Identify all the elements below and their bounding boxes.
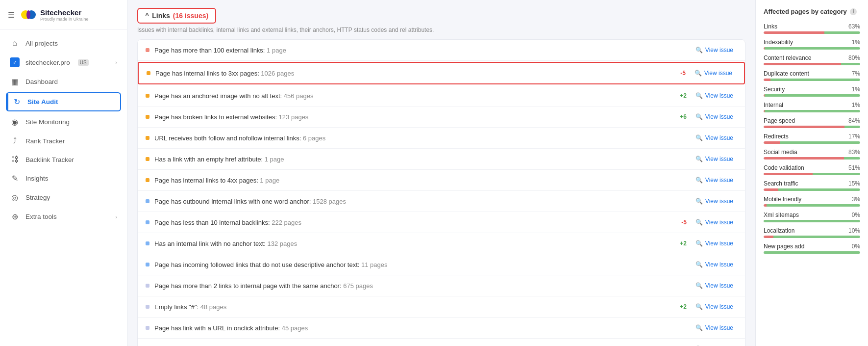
- issue-delta: +2: [673, 240, 687, 247]
- svg-point-2: [26, 10, 30, 19]
- info-icon[interactable]: i: [850, 8, 857, 15]
- category-name: Redirects: [764, 133, 789, 140]
- category-percent: 1%: [852, 102, 860, 108]
- category-item: Links63%: [764, 23, 860, 34]
- hamburger-icon[interactable]: ☰: [8, 10, 15, 20]
- category-bar: [764, 188, 860, 191]
- issue-pages: 123 pages: [279, 113, 309, 121]
- issue-pages: 222 pages: [272, 219, 301, 226]
- bar-red: [764, 141, 780, 144]
- category-percent: 10%: [848, 227, 860, 234]
- category-bar: [764, 141, 860, 144]
- issue-row: Page has outbound internal links with on…: [138, 191, 745, 212]
- links-toggle-button[interactable]: ^ Links (16 issues): [137, 8, 216, 24]
- category-item: Social media83%: [764, 149, 860, 160]
- issue-row: Page has less than 10 internal backlinks…: [138, 212, 745, 233]
- issue-pages: 45 pages: [282, 324, 308, 332]
- sidebar-item-insights[interactable]: ✎ Insights: [0, 169, 127, 188]
- view-issue-button[interactable]: 🔍View issue: [692, 154, 737, 164]
- issue-text: Page has broken links to external websit…: [154, 113, 668, 121]
- sidebar-item-extra-tools[interactable]: ⊕ Extra tools ›: [0, 207, 127, 226]
- category-percent: 0%: [852, 243, 860, 250]
- category-name: Indexability: [764, 39, 793, 46]
- search-icon: 🔍: [695, 47, 703, 53]
- category-percent: 80%: [848, 54, 860, 61]
- view-issue-button[interactable]: 🔍View issue: [692, 344, 737, 346]
- bar-red: [764, 188, 778, 191]
- main-content: ^ Links (16 issues) Issues with internal…: [127, 0, 868, 346]
- badge-us: US: [78, 59, 89, 66]
- rank-icon: ⤴: [10, 136, 20, 145]
- search-icon: 🔍: [695, 177, 703, 184]
- view-issue-button[interactable]: 🔍View issue: [692, 322, 737, 333]
- issue-row: Page has incoming followed links that do…: [138, 254, 745, 275]
- category-name: Xml sitemaps: [764, 212, 799, 218]
- issue-row: URL receives both follow and nofollow in…: [138, 128, 745, 149]
- sidebar-item-strategy[interactable]: ◎ Strategy: [0, 188, 127, 207]
- bar-red: [764, 126, 844, 128]
- severity-indicator: [146, 48, 149, 52]
- bar-green: [764, 220, 860, 222]
- sidebar-item-all-projects[interactable]: ⌂ All projects: [0, 34, 127, 53]
- nav-label: Strategy: [25, 194, 50, 201]
- issue-text: Page has less than 10 internal backlinks…: [154, 219, 668, 226]
- site-audit-icon: ↻: [12, 97, 22, 106]
- bar-green: [780, 141, 860, 144]
- bar-green: [765, 47, 860, 50]
- category-item: Content relevance80%: [764, 54, 860, 65]
- check-icon: ✓: [10, 57, 20, 67]
- severity-indicator: [146, 305, 149, 309]
- view-issue-button[interactable]: 🔍View issue: [692, 90, 737, 101]
- category-bar: [764, 157, 860, 160]
- category-bar: [764, 220, 860, 222]
- bar-green: [767, 204, 860, 207]
- issue-text: URL receives both follow and nofollow in…: [154, 134, 687, 142]
- issue-text: Has an internal link with no anchor text…: [154, 240, 668, 247]
- section-description: Issues with internal backlinks, internal…: [137, 27, 745, 33]
- dashboard-icon: ▦: [10, 77, 20, 86]
- logo-icon: [21, 7, 36, 23]
- view-issue-button[interactable]: 🔍View issue: [692, 175, 737, 186]
- section-title: Links: [152, 12, 170, 20]
- sidebar-item-site-audit[interactable]: ↻ Site Audit: [6, 92, 121, 111]
- category-item: Redirects17%: [764, 133, 860, 144]
- view-issue-button[interactable]: 🔍View issue: [691, 68, 736, 79]
- view-issue-button[interactable]: 🔍View issue: [692, 259, 737, 270]
- search-icon: 🔍: [695, 92, 703, 99]
- nav-label: Extra tools: [25, 213, 57, 220]
- issue-text: Empty links "#": 48 pages: [154, 303, 668, 311]
- nav-label: Insights: [25, 175, 49, 182]
- category-name: Internal: [764, 102, 783, 108]
- view-issue-button[interactable]: 🔍View issue: [692, 280, 737, 291]
- logo-sub: Proudly made in Ukraine: [40, 17, 89, 22]
- issue-text: Page has more than 2 links to internal p…: [154, 282, 687, 290]
- sidebar-item-sitechecker[interactable]: ✓ sitechecker.pro US ›: [0, 53, 127, 72]
- category-percent: 1%: [852, 86, 860, 93]
- sidebar-item-backlink-tracker[interactable]: ⛓ Backlink Tracker: [0, 150, 127, 169]
- search-icon: 🔍: [695, 261, 703, 268]
- severity-indicator: [146, 326, 149, 330]
- severity-indicator: [146, 199, 149, 203]
- view-issue-button[interactable]: 🔍View issue: [692, 196, 737, 207]
- sidebar-item-site-monitoring[interactable]: ◉ Site Monitoring: [0, 112, 127, 132]
- content-area: ^ Links (16 issues) Issues with internal…: [127, 0, 755, 346]
- bar-red: [764, 236, 773, 238]
- search-icon: 🔍: [695, 282, 703, 289]
- sidebar-item-rank-tracker[interactable]: ⤴ Rank Tracker: [0, 132, 127, 150]
- view-issue-button[interactable]: 🔍View issue: [692, 133, 737, 143]
- nav-label: sitechecker.pro: [25, 59, 70, 66]
- view-issue-button[interactable]: 🔍View issue: [692, 45, 737, 55]
- issue-row: Has an internal link with no anchor text…: [138, 233, 745, 254]
- view-issue-button[interactable]: 🔍View issue: [692, 301, 737, 312]
- sidebar-item-dashboard[interactable]: ▦ Dashboard: [0, 72, 127, 91]
- severity-indicator: [147, 71, 150, 75]
- category-item: Code validation51%: [764, 164, 860, 175]
- category-percent: 0%: [852, 212, 860, 218]
- view-issue-button[interactable]: 🔍View issue: [692, 111, 737, 122]
- bar-green: [770, 79, 860, 81]
- chevron-up-icon: ^: [145, 12, 149, 20]
- bar-red: [764, 173, 813, 175]
- severity-indicator: [146, 241, 149, 245]
- view-issue-button[interactable]: 🔍View issue: [692, 238, 737, 249]
- view-issue-button[interactable]: 🔍View issue: [692, 217, 737, 228]
